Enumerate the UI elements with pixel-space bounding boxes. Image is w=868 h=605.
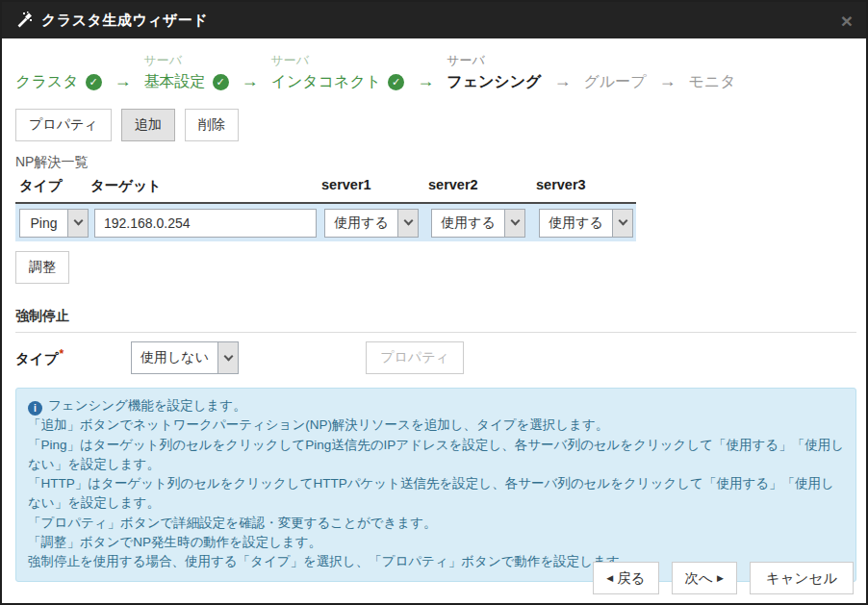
forced-stop-type-label: タイプ* — [15, 347, 131, 368]
back-label: 戻る — [617, 569, 645, 588]
section-divider — [15, 332, 856, 333]
arrow-right-icon: → — [553, 70, 571, 93]
info-text: フェンシング機能を設定します。 — [48, 398, 246, 413]
dialog-body: クラスタ ✓ → サーバ 基本設定 ✓ → サーバ インタコネクト ✓ — [2, 38, 866, 582]
next-label: 次へ — [685, 569, 713, 588]
cancel-button[interactable]: キャンセル — [750, 562, 854, 594]
back-button[interactable]: ◀ 戻る — [593, 562, 658, 594]
step-sublabel: サーバ — [144, 50, 229, 70]
wizard-steps: クラスタ ✓ → サーバ 基本設定 ✓ → サーバ インタコネクト ✓ — [15, 50, 853, 93]
forced-stop-heading: 強制停止 — [15, 308, 853, 325]
wand-icon — [15, 12, 33, 29]
next-button[interactable]: 次へ ▶ — [672, 562, 737, 594]
required-mark: * — [60, 347, 64, 361]
step-sublabel: サーバ — [447, 50, 541, 70]
forced-stop-section: 強制停止 タイプ* 使用しない プロパティ — [15, 308, 853, 374]
chevron-down-icon — [217, 342, 238, 373]
arrow-right-icon: → — [242, 70, 259, 93]
arrow-right-icon: → — [417, 70, 434, 93]
info-line: 「調整」ボタンでNP発生時の動作を設定します。 — [28, 533, 844, 552]
wizard-step-monitor[interactable]: モニタ — [689, 50, 736, 93]
cluster-wizard-dialog: クラスタ生成ウィザード × クラスタ ✓ → サーバ 基本設定 ✓ → — [0, 0, 868, 605]
np-toolbar: プロパティ 追加 削除 — [15, 109, 853, 141]
cancel-label: キャンセル — [766, 569, 837, 588]
np-server1-value: 使用する — [325, 210, 397, 237]
chevron-down-icon — [612, 210, 632, 237]
dialog-title: クラスタ生成ウィザード — [41, 12, 208, 30]
tune-button[interactable]: 調整 — [15, 251, 69, 284]
col-header-target: ターゲット — [90, 177, 321, 195]
tune-row: 調整 — [15, 251, 853, 284]
col-header-server3: server3 — [536, 177, 630, 195]
step-sublabel — [15, 50, 102, 70]
np-type-value: Ping — [20, 210, 67, 237]
property-button[interactable]: プロパティ — [15, 109, 112, 141]
forced-stop-property-button[interactable]: プロパティ — [366, 341, 464, 374]
wizard-step-basic-settings[interactable]: サーバ 基本設定 ✓ — [144, 50, 229, 93]
np-table-row: Ping 使用する 使用する 使用する — [15, 204, 636, 241]
np-server3-value: 使用する — [540, 210, 612, 237]
forced-stop-type-value: 使用しない — [132, 342, 217, 373]
add-button[interactable]: 追加 — [121, 109, 175, 141]
type-label-text: タイプ — [15, 351, 59, 366]
left-triangle-icon: ◀ — [606, 574, 613, 583]
wizard-step-cluster[interactable]: クラスタ ✓ — [15, 50, 102, 93]
arrow-right-icon: → — [115, 70, 132, 93]
info-icon: i — [28, 401, 42, 416]
step-label: モニタ — [689, 72, 736, 92]
col-header-type: タイプ — [15, 177, 90, 195]
arrow-right-icon: → — [659, 70, 677, 93]
np-target-input[interactable] — [94, 209, 317, 238]
check-circle-icon: ✓ — [213, 74, 229, 90]
np-type-select[interactable]: Ping — [19, 209, 89, 238]
np-server3-select[interactable]: 使用する — [539, 209, 633, 238]
check-circle-icon: ✓ — [86, 74, 102, 90]
wizard-step-interconnect[interactable]: サーバ インタコネクト ✓ — [271, 50, 405, 93]
np-list-caption: NP解決一覧 — [15, 154, 853, 171]
info-line: iフェンシング機能を設定します。 — [28, 396, 844, 416]
np-server2-select[interactable]: 使用する — [431, 209, 525, 238]
info-line: 「Ping」はターゲット列のセルをクリックしてPing送信先のIPアドレスを設定… — [28, 436, 844, 475]
step-label: クラスタ — [15, 72, 79, 92]
col-header-server1: server1 — [321, 177, 428, 195]
np-server1-select[interactable]: 使用する — [324, 209, 419, 238]
step-label: グループ — [583, 72, 646, 92]
step-sublabel: サーバ — [271, 50, 405, 70]
close-icon[interactable]: × — [841, 11, 853, 31]
chevron-down-icon — [504, 210, 524, 237]
dialog-footer: ◀ 戻る 次へ ▶ キャンセル — [593, 562, 854, 594]
step-label: フェンシング — [447, 72, 541, 92]
remove-button[interactable]: 削除 — [185, 109, 239, 141]
chevron-down-icon — [67, 210, 88, 237]
step-sublabel — [583, 50, 646, 70]
check-circle-icon: ✓ — [388, 74, 404, 90]
info-panel: iフェンシング機能を設定します。 「追加」ボタンでネットワークパーティション(N… — [15, 388, 856, 582]
wizard-step-fencing[interactable]: サーバ フェンシング — [447, 50, 541, 93]
forced-stop-type-row: タイプ* 使用しない プロパティ — [15, 341, 853, 374]
wizard-step-group[interactable]: グループ — [583, 50, 646, 93]
info-line: 「追加」ボタンでネットワークパーティション(NP)解決リソースを追加し、タイプを… — [28, 416, 844, 435]
info-line: 「プロパティ」ボタンで詳細設定を確認・変更することができます。 — [28, 514, 844, 533]
np-server2-value: 使用する — [432, 210, 504, 237]
np-resolution-table: タイプ ターゲット server1 server2 server3 Ping 使… — [15, 177, 636, 241]
right-triangle-icon: ▶ — [717, 574, 724, 583]
info-line: 「HTTP」はターゲット列のセルをクリックしてHTTPパケット送信先を設定し、各… — [28, 474, 844, 514]
chevron-down-icon — [397, 210, 418, 237]
step-label: インタコネクト — [271, 72, 382, 92]
step-sublabel — [689, 50, 736, 70]
step-label: 基本設定 — [144, 72, 206, 92]
forced-stop-type-select[interactable]: 使用しない — [131, 341, 239, 374]
dialog-titlebar: クラスタ生成ウィザード × — [2, 2, 866, 38]
col-header-server2: server2 — [428, 177, 536, 195]
np-table-header-row: タイプ ターゲット server1 server2 server3 — [15, 177, 636, 204]
